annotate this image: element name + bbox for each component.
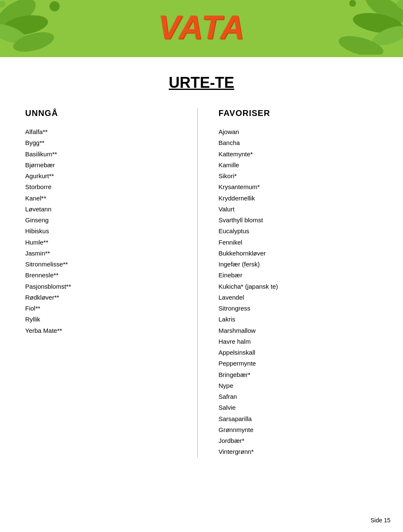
list-item: Lavendel <box>219 292 378 303</box>
list-item: Pasjonsblomst** <box>25 281 185 292</box>
favor-column: FAVORISER AjowanBanchaKattemynte*Kamille… <box>198 108 378 458</box>
list-item: Alfalfa** <box>25 126 185 137</box>
svg-point-11 <box>349 0 356 7</box>
list-item: Ryllik <box>25 314 185 325</box>
list-item: Jasmin** <box>25 248 185 259</box>
list-item: Bjørnebær <box>25 160 185 171</box>
list-item: Fennikel <box>219 237 378 248</box>
avoid-column-header: UNNGÅ <box>25 108 185 118</box>
list-item: Ajowan <box>219 126 378 137</box>
header-leaves-left <box>0 0 67 55</box>
list-item: Bringebær* <box>219 369 378 380</box>
list-item: Kamille <box>219 160 378 171</box>
avoid-column: UNNGÅ Alfalfa**Bygg**Basilikum**Bjørnebæ… <box>25 108 198 458</box>
list-item: Humle** <box>25 237 185 248</box>
svg-point-4 <box>0 1 5 8</box>
favor-column-header: FAVORISER <box>219 108 378 118</box>
list-item: Bygg** <box>25 137 185 148</box>
columns-container: UNNGÅ Alfalfa**Bygg**Basilikum**Bjørnebæ… <box>25 108 378 458</box>
list-item: Sitrongress <box>219 303 378 314</box>
list-item: Svarthyll blomst <box>219 215 378 226</box>
list-item: Hibiskus <box>25 226 185 237</box>
list-item: Lakris <box>219 314 378 325</box>
list-item: Kanel** <box>25 193 185 204</box>
header-leaves-right <box>319 0 403 55</box>
list-item: Valurt <box>219 204 378 215</box>
vata-logo: VATA <box>158 8 245 47</box>
list-item: Grønnmynte <box>219 424 378 435</box>
list-item: Vintergrønn* <box>219 446 378 457</box>
page-number: Side 15 <box>371 517 390 524</box>
list-item: Ingefær (fersk) <box>219 259 378 270</box>
list-item: Sarsaparilla <box>219 413 378 424</box>
list-item: Safran <box>219 391 378 402</box>
list-item: Kattemynte* <box>219 149 378 160</box>
list-item: Krysantemum* <box>219 182 378 192</box>
list-item: Jordbær* <box>219 435 378 446</box>
list-item: Ginseng <box>25 215 185 226</box>
list-item: Appelsinskall <box>219 347 378 358</box>
favor-list: AjowanBanchaKattemynte*KamilleSikori*Kry… <box>219 126 378 458</box>
list-item: Einebær <box>219 270 378 281</box>
avoid-list: Alfalfa**Bygg**Basilikum**BjørnebærAgurk… <box>25 126 185 336</box>
list-item: Sikori* <box>219 171 378 182</box>
header: VATA <box>0 0 403 55</box>
list-item: Bukkehornkløver <box>219 248 378 259</box>
list-item: Marshmallow <box>219 325 378 336</box>
list-item: Løvetann <box>25 204 185 215</box>
list-item: Basilikum** <box>25 149 185 160</box>
list-item: Nype <box>219 380 378 391</box>
list-item: Kukicha* (japansk te) <box>219 281 378 292</box>
list-item: Sitronmelisse** <box>25 259 185 270</box>
list-item: Agurkurt** <box>25 171 185 182</box>
list-item: Kryddernellik <box>219 193 378 204</box>
main-content: URTE-TE UNNGÅ Alfalfa**Bygg**Basilikum**… <box>0 57 403 483</box>
list-item: Eucalyptus <box>219 226 378 237</box>
list-item: Fiol** <box>25 303 185 314</box>
list-item: Salvie <box>219 402 378 413</box>
list-item: Yerba Mate** <box>25 325 185 336</box>
list-item: Storborre <box>25 182 185 192</box>
list-item: Bancha <box>219 137 378 148</box>
list-item: Havre halm <box>219 336 378 347</box>
list-item: Rødkløver** <box>25 292 185 303</box>
svg-point-5 <box>50 1 60 11</box>
page-title: URTE-TE <box>25 74 378 92</box>
list-item: Brennesle** <box>25 270 185 281</box>
list-item: Peppermynte <box>219 358 378 369</box>
